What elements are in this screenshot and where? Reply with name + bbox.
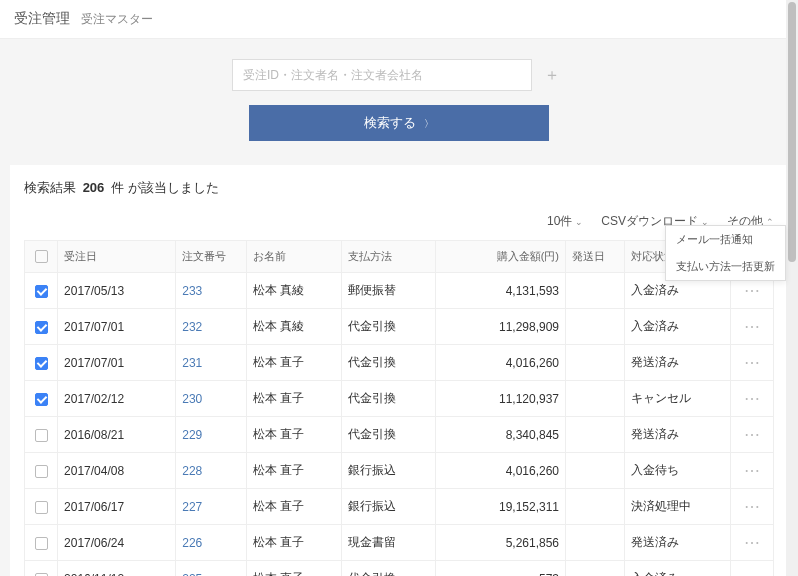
- row-actions-button[interactable]: ⋯: [744, 318, 761, 335]
- scrollbar[interactable]: [786, 0, 798, 576]
- cell-amount: 4,131,593: [436, 273, 566, 309]
- cell-date: 2017/07/01: [58, 309, 176, 345]
- order-link[interactable]: 227: [182, 500, 202, 514]
- cell-status: 入金済み: [625, 561, 731, 577]
- table-row: 2017/07/01231松本 直子代金引換4,016,260発送済み⋯: [25, 345, 774, 381]
- cell-ship: [566, 273, 625, 309]
- cell-status: 発送済み: [625, 345, 731, 381]
- order-link[interactable]: 231: [182, 356, 202, 370]
- row-checkbox[interactable]: [35, 357, 48, 370]
- cell-name: 松本 直子: [247, 489, 342, 525]
- row-checkbox[interactable]: [35, 429, 48, 442]
- row-actions-button[interactable]: ⋯: [744, 426, 761, 443]
- select-all-checkbox[interactable]: [35, 250, 48, 263]
- cell-payment: 銀行振込: [341, 489, 436, 525]
- cell-date: 2017/07/01: [58, 345, 176, 381]
- cell-amount: 8,340,845: [436, 417, 566, 453]
- cell-date: 2017/06/17: [58, 489, 176, 525]
- row-actions-button[interactable]: ⋯: [744, 390, 761, 407]
- chevron-down-icon: ⌄: [575, 217, 583, 227]
- row-checkbox[interactable]: [35, 501, 48, 514]
- cell-amount: 4,016,260: [436, 453, 566, 489]
- cell-status: 決済処理中: [625, 489, 731, 525]
- row-actions-button[interactable]: ⋯: [744, 354, 761, 371]
- bulk-payment-item[interactable]: 支払い方法一括更新: [666, 253, 785, 280]
- order-link[interactable]: 230: [182, 392, 202, 406]
- order-link[interactable]: 228: [182, 464, 202, 478]
- row-actions-button[interactable]: ⋯: [744, 282, 761, 299]
- search-input[interactable]: [232, 59, 532, 91]
- row-checkbox[interactable]: [35, 393, 48, 406]
- cell-payment: 郵便振替: [341, 273, 436, 309]
- table-header-row: 受注日 注文番号 お名前 支払方法 購入金額(円) 発送日 対応状況: [25, 241, 774, 273]
- cell-status: 発送済み: [625, 525, 731, 561]
- cell-number: 229: [176, 417, 247, 453]
- cell-amount: 5,261,856: [436, 525, 566, 561]
- other-actions-dropdown: メール一括通知 支払い方法一括更新: [665, 225, 786, 281]
- order-link[interactable]: 229: [182, 428, 202, 442]
- chevron-right-icon: 〉: [424, 118, 434, 129]
- cell-name: 松本 真綾: [247, 273, 342, 309]
- page-header: 受注管理 受注マスター: [0, 0, 798, 39]
- cell-ship: [566, 561, 625, 577]
- row-checkbox[interactable]: [35, 573, 48, 576]
- row-checkbox[interactable]: [35, 321, 48, 334]
- order-link[interactable]: 232: [182, 320, 202, 334]
- cell-number: 230: [176, 381, 247, 417]
- add-condition-button[interactable]: ＋: [538, 61, 566, 89]
- table-row: 2017/07/01232松本 真綾代金引換11,298,909入金済み⋯: [25, 309, 774, 345]
- per-page-select[interactable]: 10件⌄: [547, 213, 583, 230]
- row-actions-button[interactable]: ⋯: [744, 570, 761, 576]
- orders-table: 受注日 注文番号 お名前 支払方法 購入金額(円) 発送日 対応状況 2017/…: [24, 240, 774, 576]
- cell-date: 2017/05/13: [58, 273, 176, 309]
- cell-ship: [566, 417, 625, 453]
- col-payment: 支払方法: [341, 241, 436, 273]
- cell-payment: 代金引換: [341, 309, 436, 345]
- cell-amount: 4,016,260: [436, 345, 566, 381]
- cell-number: 231: [176, 345, 247, 381]
- scrollbar-thumb[interactable]: [788, 2, 796, 262]
- page-title: 受注管理: [14, 10, 70, 26]
- cell-name: 松本 直子: [247, 453, 342, 489]
- row-checkbox[interactable]: [35, 465, 48, 478]
- col-amount: 購入金額(円): [436, 241, 566, 273]
- cell-name: 松本 真綾: [247, 309, 342, 345]
- cell-name: 松本 直子: [247, 561, 342, 577]
- cell-amount: 573: [436, 561, 566, 577]
- row-actions-button[interactable]: ⋯: [744, 498, 761, 515]
- table-row: 2017/06/24226松本 直子現金書留5,261,856発送済み⋯: [25, 525, 774, 561]
- order-link[interactable]: 226: [182, 536, 202, 550]
- cell-name: 松本 直子: [247, 525, 342, 561]
- col-ship: 発送日: [566, 241, 625, 273]
- cell-ship: [566, 381, 625, 417]
- cell-name: 松本 直子: [247, 345, 342, 381]
- order-link[interactable]: 233: [182, 284, 202, 298]
- cell-number: 226: [176, 525, 247, 561]
- col-date: 受注日: [58, 241, 176, 273]
- table-row: 2017/05/13233松本 真綾郵便振替4,131,593入金済み⋯: [25, 273, 774, 309]
- cell-payment: 現金書留: [341, 525, 436, 561]
- cell-number: 232: [176, 309, 247, 345]
- row-checkbox[interactable]: [35, 537, 48, 550]
- cell-ship: [566, 525, 625, 561]
- order-link[interactable]: 225: [182, 572, 202, 577]
- cell-amount: 11,120,937: [436, 381, 566, 417]
- results-suffix: 件 が該当しました: [111, 180, 219, 195]
- search-button[interactable]: 検索する 〉: [249, 105, 549, 141]
- row-actions-button[interactable]: ⋯: [744, 534, 761, 551]
- cell-status: 入金待ち: [625, 453, 731, 489]
- page-subtitle: 受注マスター: [81, 12, 153, 26]
- row-checkbox[interactable]: [35, 285, 48, 298]
- cell-ship: [566, 309, 625, 345]
- search-area: ＋ 検索する 〉: [0, 39, 798, 165]
- results-summary: 検索結果 206 件 が該当しました: [24, 179, 774, 197]
- cell-date: 2016/11/12: [58, 561, 176, 577]
- row-actions-button[interactable]: ⋯: [744, 462, 761, 479]
- cell-date: 2016/08/21: [58, 417, 176, 453]
- bulk-mail-item[interactable]: メール一括通知: [666, 226, 785, 253]
- search-button-label: 検索する: [364, 115, 416, 130]
- cell-status: 発送済み: [625, 417, 731, 453]
- cell-number: 225: [176, 561, 247, 577]
- cell-number: 233: [176, 273, 247, 309]
- cell-payment: 代金引換: [341, 381, 436, 417]
